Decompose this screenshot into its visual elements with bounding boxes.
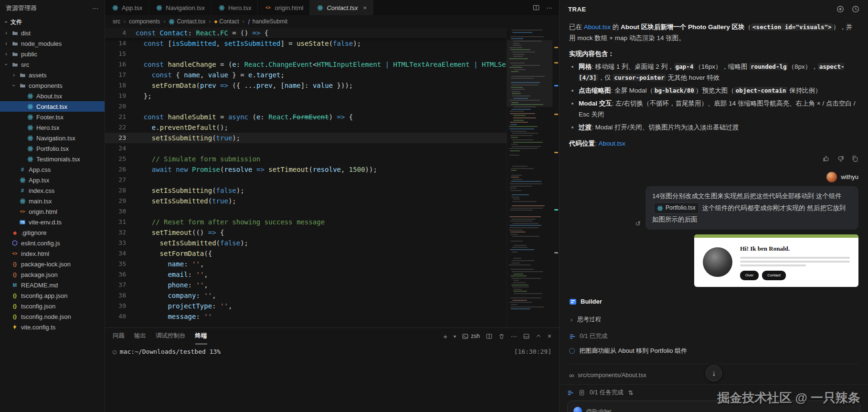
- breadcrumb-item-components[interactable]: components: [129, 18, 160, 25]
- site-button-Over[interactable]: Over: [740, 271, 759, 280]
- minimap-line: [510, 221, 533, 222]
- terminal-tab-输出[interactable]: 输出: [134, 328, 146, 344]
- minimap-line: [510, 131, 527, 132]
- builder-section: Builder: [569, 296, 858, 307]
- breadcrumb-item-handleSubmit[interactable]: ƒhandleSubmit: [248, 18, 288, 25]
- tree-item-tsconfig.json[interactable]: {}tsconfig.json: [0, 301, 105, 311]
- file-link[interactable]: About.tsx: [584, 23, 611, 31]
- tree-item-main.tsx[interactable]: main.tsx: [0, 196, 105, 206]
- terminal-tab-问题[interactable]: 问题: [113, 328, 125, 344]
- tree-item-components[interactable]: ›components: [0, 80, 105, 91]
- panel-layout-icon[interactable]: [523, 333, 529, 339]
- maximize-panel-icon[interactable]: [536, 333, 541, 339]
- tree-item-tsconfig.node.json[interactable]: {}tsconfig.node.json: [0, 311, 105, 322]
- more-actions-icon[interactable]: ⋯: [546, 4, 552, 11]
- tab-Navigation.tsx[interactable]: Navigation.tsx: [149, 0, 212, 15]
- tree-item-README.md[interactable]: MREADME.md: [0, 280, 105, 290]
- breadcrumb-item-Contact[interactable]: ◆Contact: [214, 18, 239, 25]
- tree-item-Hero.tsx[interactable]: Hero.tsx: [0, 122, 105, 133]
- file-link[interactable]: About.tsx: [599, 140, 625, 147]
- tree-item-Portfolio.tsx[interactable]: Portfolio.tsx: [0, 143, 105, 154]
- text: :: [595, 140, 599, 147]
- task-item[interactable]: 把图廊功能从 About 移到 Portfolio 组件: [569, 346, 858, 356]
- breadcrumb-item-src[interactable]: src: [113, 18, 120, 25]
- tree-item-.gitignore[interactable]: ◆.gitignore: [0, 227, 105, 238]
- new-terminal-icon[interactable]: +: [443, 332, 447, 340]
- tree-item-vite-env.d.ts[interactable]: TSvite-env.d.ts: [0, 217, 105, 227]
- tree-item-index.html[interactable]: <>index.html: [0, 248, 105, 259]
- line-number: 39: [105, 301, 136, 311]
- composer-input[interactable]: @Builder: [567, 401, 860, 412]
- folder-chevron-icon: ›: [11, 72, 16, 78]
- tab-App.tsx[interactable]: App.tsx: [105, 0, 149, 15]
- minimap-line: [512, 146, 541, 147]
- tree-item-eslint.config.js[interactable]: eslint.config.js: [0, 238, 105, 248]
- code-editor[interactable]: 4const Contact: React.FC = () => { 14 co…: [105, 28, 559, 327]
- tree-item-assets[interactable]: ›assets: [0, 70, 105, 80]
- history-icon[interactable]: [852, 5, 859, 13]
- thinking-toggle[interactable]: › 思考过程: [569, 315, 858, 325]
- tree-item-origin.html[interactable]: <>origin.html: [0, 206, 105, 217]
- sort-icon[interactable]: ⇅: [628, 389, 633, 396]
- profile-dropdown-icon[interactable]: ▾: [454, 334, 456, 339]
- split-terminal-icon[interactable]: [486, 333, 492, 339]
- minimap-line: [512, 205, 545, 206]
- breadcrumb-item-Contact.tsx[interactable]: Contact.tsx: [169, 18, 205, 25]
- tab-Hero.tsx[interactable]: Hero.tsx: [212, 0, 258, 15]
- terminal-body[interactable]: ○mac:~/Downloads/testbed 13% [16:30:29]: [105, 344, 559, 412]
- undo-icon[interactable]: ↺: [635, 219, 641, 230]
- tree-item-Footer.tsx[interactable]: Footer.tsx: [0, 112, 105, 122]
- kill-terminal-icon[interactable]: [498, 333, 505, 339]
- tree-item-Contact.tsx[interactable]: Contact.tsx: [0, 101, 105, 112]
- tab-origin.html[interactable]: <>origin.html: [258, 0, 310, 15]
- tree-item-App.tsx[interactable]: App.tsx: [0, 175, 105, 185]
- tab-Contact.tsx[interactable]: Contact.tsx×: [310, 0, 373, 15]
- minimap-line: [511, 85, 538, 85]
- tree-item-About.tsx[interactable]: About.tsx: [0, 91, 105, 101]
- terminal-prompt: mac:~/Downloads/testbed 13%: [120, 348, 221, 355]
- thumbs-up-icon[interactable]: [823, 155, 830, 162]
- explorer-more-icon[interactable]: ⋯: [92, 5, 99, 12]
- copy-icon[interactable]: [851, 155, 858, 162]
- text: : 左/右切换（不循环，首尾禁用）、底部 14 张缩略图导航高亮、右上角 × /…: [579, 100, 855, 118]
- terminal-tab-调试控制台[interactable]: 调试控制台: [156, 328, 186, 344]
- tree-item-App.css[interactable]: #App.css: [0, 164, 105, 175]
- tree-item-src[interactable]: ›src: [0, 59, 105, 70]
- tree-item-index.css[interactable]: #index.css: [0, 185, 105, 196]
- file-label: vite.config.ts: [21, 324, 55, 331]
- split-editor-icon[interactable]: [533, 4, 540, 11]
- tree-item-tsconfig.app.json[interactable]: {}tsconfig.app.json: [0, 290, 105, 301]
- minimap-line: [513, 106, 536, 107]
- close-tab-icon[interactable]: ×: [363, 4, 367, 11]
- tree-item-package-lock.json[interactable]: {}package-lock.json: [0, 259, 105, 269]
- line-number: 22: [105, 122, 136, 133]
- tree-item-vite.config.ts[interactable]: vite.config.ts: [0, 322, 105, 332]
- close-panel-icon[interactable]: ×: [548, 332, 551, 340]
- tree-item-package.json[interactable]: {}package.json: [0, 269, 105, 280]
- tree-item-node_modules[interactable]: ›node_modules: [0, 38, 105, 49]
- tree-item-public[interactable]: ›public: [0, 49, 105, 59]
- files-section-header[interactable]: › 文件: [0, 16, 105, 28]
- tree-item-Navigation.tsx[interactable]: Navigation.tsx: [0, 133, 105, 143]
- site-button-Contact[interactable]: Contact: [762, 271, 786, 280]
- ruler-mark: [554, 47, 558, 48]
- tree-item-dist[interactable]: ›dist: [0, 28, 105, 38]
- section-chevron-icon: ›: [3, 20, 10, 24]
- more-icon[interactable]: ⋯: [511, 333, 517, 340]
- minimap-line: [511, 304, 518, 305]
- shell-badge[interactable]: zsh: [462, 333, 480, 339]
- new-chat-icon[interactable]: [836, 5, 844, 13]
- feature-bullet: 过渡: Modal 打开/关闭、切换图片均为淡入淡出基础过渡: [579, 122, 858, 133]
- terminal-tab-终端[interactable]: 终端: [195, 328, 207, 344]
- assistant-message: 已在 About.tsx 的 About 区块后新增一个 Photo Galle…: [569, 22, 858, 162]
- attachment-image[interactable]: Hi! Ik ben Ronald. OverContact: [694, 234, 858, 287]
- chat-area[interactable]: 已在 About.tsx 的 About 区块后新增一个 Photo Galle…: [560, 18, 868, 384]
- document-icon[interactable]: [579, 390, 585, 396]
- minimap-line: [510, 186, 532, 187]
- minimap[interactable]: [507, 28, 552, 327]
- thumbs-down-icon[interactable]: [837, 155, 844, 162]
- tree-item-Testimonials.tsx[interactable]: Testimonials.tsx: [0, 154, 105, 164]
- checklist-blue-icon[interactable]: [567, 390, 574, 396]
- file-chip-Portfolio.tsx[interactable]: Portfolio.tsx: [654, 202, 699, 214]
- scroll-to-bottom-button[interactable]: ↓: [706, 365, 722, 381]
